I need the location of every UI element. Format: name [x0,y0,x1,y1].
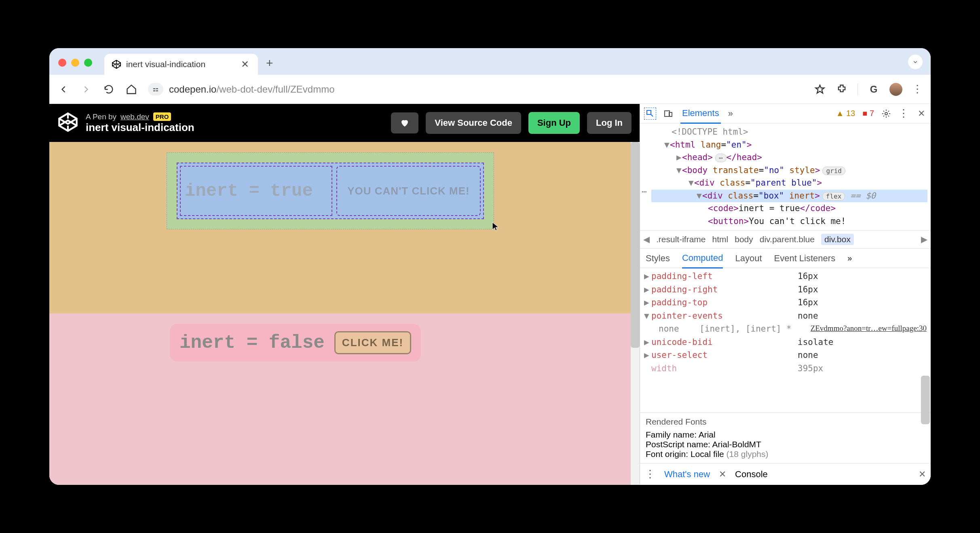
pen-author[interactable]: web.dev [120,112,149,121]
scrollbar-thumb[interactable] [631,142,640,348]
inert-true-code: inert = true [180,166,332,216]
url-field[interactable]: codepen.io/web-dot-dev/full/ZEvdmmo [148,83,803,95]
page-viewport: A Pen by web.dev PRO inert visual-indica… [49,104,640,485]
crumb-box[interactable]: div.box [821,234,854,245]
inert-true-button-label: YOU CAN'T CLICK ME! [347,185,470,197]
pen-body: inert = true YOU CAN'T CLICK ME! inert =… [49,142,640,485]
page-scrollbar[interactable] [631,142,640,485]
chrome-menu-icon[interactable]: ⋮ [912,83,923,95]
pro-badge: PRO [153,112,171,121]
pen-title: inert visual-indication [86,121,194,134]
more-panel-tabs-icon[interactable]: » [847,254,852,263]
inspect-element-icon[interactable] [644,108,656,120]
parent-pink-section: inert = false CLICK ME! [49,313,640,485]
crumb-body[interactable]: body [735,235,753,244]
devtools-panel: Elements » ▲ 13 ■ 7 ⋮ ✕ <!DOCTYPE html> … [640,104,931,485]
computed-tab[interactable]: Computed [682,253,723,269]
google-account-icon[interactable]: G [868,84,880,95]
drawer-close-icon[interactable]: ✕ [919,469,926,480]
layout-tab[interactable]: Layout [735,253,762,264]
reload-icon[interactable] [103,84,115,95]
click-me-button[interactable]: CLICK ME! [334,331,411,354]
font-postscript: PostScript name: Arial-BoldMT [646,440,925,449]
tab-title: inert visual-indication [126,59,205,69]
errors-badge[interactable]: ■ 7 [862,109,874,118]
svg-rect-0 [153,88,155,89]
active-box: inert = false CLICK ME! [170,324,421,362]
devtools-highlight-margin: inert = true YOU CAN'T CLICK ME! [167,152,494,229]
devtools-scrollbar[interactable] [921,376,930,424]
source-link[interactable]: ZEvdmmo?anon=tr…ew=fullpage:30 [811,322,927,336]
codepen-header: A Pen by web.dev PRO inert visual-indica… [49,104,640,142]
nav-back-icon[interactable] [57,84,70,95]
url-host: codepen.io [169,84,216,95]
event-listeners-tab[interactable]: Event Listeners [774,253,836,264]
svg-point-6 [885,112,887,115]
crumb-html[interactable]: html [712,235,729,244]
browser-window: inert visual-indication ✕ + codepen.io/w… [49,48,931,485]
mouse-cursor-icon [491,222,501,233]
new-tab-button[interactable]: + [266,56,273,70]
warnings-badge[interactable]: ▲ 13 [836,109,855,118]
codepen-logo-icon[interactable] [57,112,78,134]
bookmark-star-icon[interactable] [814,84,826,95]
styles-tab[interactable]: Styles [646,253,670,264]
styles-panel-tabs: Styles Computed Layout Event Listeners » [640,249,931,268]
dom-ellipsis-icon[interactable]: ⋯ [642,186,647,199]
toolbar-divider [858,83,858,95]
window-zoom-icon[interactable] [84,59,92,67]
rendered-fonts: Rendered Fonts Family name: Arial PostSc… [640,412,931,463]
window-close-icon[interactable] [58,59,66,67]
dom-breadcrumb[interactable]: ◀ .result-iframe html body div.parent.bl… [640,230,931,249]
pen-byline-prefix: A Pen by [86,112,116,121]
window-controls [58,59,92,67]
breadcrumb-prev-icon[interactable]: ◀ [643,235,650,244]
tab-strip: inert visual-indication ✕ + [49,48,931,75]
parent-blue-section: inert = true YOU CAN'T CLICK ME! [49,142,640,313]
whats-new-tab[interactable]: What's new [664,469,710,480]
tab-close-icon[interactable]: ✕ [239,59,251,70]
dom-selected-node[interactable]: ▼<div class="box" inert>flex == $0 [651,190,927,203]
view-source-button[interactable]: View Source Code [426,112,521,134]
heart-icon [400,118,410,128]
login-button[interactable]: Log In [587,112,632,134]
font-glyphs: (18 glyphs) [727,449,769,459]
devtools-settings-icon[interactable] [881,109,891,118]
svg-rect-3 [156,90,158,91]
inert-box: inert = true YOU CAN'T CLICK ME! [177,163,484,219]
breadcrumb-next-icon[interactable]: ▶ [921,235,927,244]
devtools-close-icon[interactable]: ✕ [916,108,927,119]
drawer-menu-icon[interactable]: ⋮ [645,468,655,480]
svg-rect-2 [156,88,158,89]
codepen-title-block: A Pen by web.dev PRO inert visual-indica… [86,112,194,134]
crumb-parent[interactable]: div.parent.blue [760,235,815,244]
url-path: /web-dot-dev/full/ZEvdmmo [216,84,334,95]
devtools-menu-icon[interactable]: ⋮ [898,107,909,120]
elements-tab[interactable]: Elements [680,108,721,124]
content-area: A Pen by web.dev PRO inert visual-indica… [49,104,931,485]
console-tab[interactable]: Console [735,469,768,480]
home-icon[interactable] [125,84,137,95]
inert-false-code: inert = false [180,332,325,353]
font-origin: Font origin: Local file [646,449,727,459]
crumb-iframe[interactable]: .result-iframe [656,235,706,244]
profile-avatar-icon[interactable] [889,83,902,96]
extensions-icon[interactable] [836,84,848,95]
dom-tree[interactable]: <!DOCTYPE html> ▼<html lang="en"> ▶<head… [640,123,931,230]
inert-true-button: YOU CAN'T CLICK ME! [336,166,481,216]
devtools-drawer: ⋮ What's new ✕ Console ✕ [640,463,931,485]
signup-button[interactable]: Sign Up [528,112,580,134]
computed-styles[interactable]: ▶padding-left16px ▶padding-right16px ▶pa… [640,268,931,412]
rendered-fonts-header: Rendered Fonts [646,417,925,427]
whats-new-close-icon[interactable]: ✕ [719,469,726,480]
window-minimize-icon[interactable] [71,59,79,67]
more-tabs-icon[interactable]: » [728,108,733,119]
browser-tab[interactable]: inert visual-indication ✕ [104,54,258,75]
love-button[interactable] [391,112,418,133]
device-toolbar-icon[interactable] [663,109,673,118]
devtools-toolbar: Elements » ▲ 13 ■ 7 ⋮ ✕ [640,104,931,123]
tabs-dropdown-icon[interactable] [908,55,923,69]
site-info-icon[interactable] [148,83,163,95]
address-bar: codepen.io/web-dot-dev/full/ZEvdmmo G ⋮ [49,75,931,104]
nav-forward-icon [80,84,92,95]
